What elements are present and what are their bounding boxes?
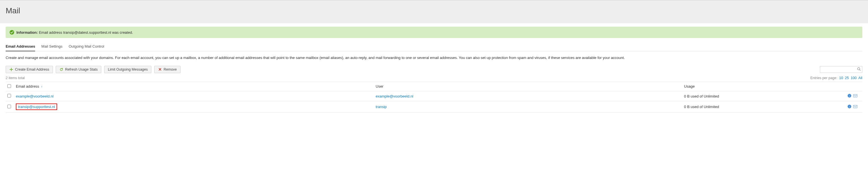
column-email-label: Email address (16, 84, 39, 88)
limit-outgoing-label: Limit Outgoing Messages (108, 68, 148, 72)
per-page-10[interactable]: 10 (839, 76, 843, 80)
create-email-button[interactable]: Create Email Address (6, 66, 53, 73)
toolbar: Create Email Address Refresh Usage Stats… (6, 66, 181, 73)
mail-icon[interactable] (853, 93, 858, 98)
remove-label: Remove (163, 68, 177, 72)
per-page-all[interactable]: All (858, 76, 862, 80)
row-checkbox[interactable] (7, 94, 11, 98)
per-page-25[interactable]: 25 (845, 76, 849, 80)
row-checkbox[interactable] (7, 105, 11, 108)
items-total: 2 items total (6, 76, 25, 80)
column-user[interactable]: User (374, 82, 682, 91)
column-usage[interactable]: Usage (682, 82, 845, 91)
table-row: transip@supporttest.nl transip 0 B used … (6, 101, 862, 113)
per-page-label: Entries per page: (810, 76, 837, 80)
remove-button[interactable]: Remove (154, 66, 181, 73)
select-all-cell (6, 82, 14, 91)
mail-icon[interactable] (853, 104, 858, 109)
search-box (820, 66, 862, 73)
table-row: example@voorbeeld.nl example@voorbeeld.n… (6, 91, 862, 101)
email-table: Email address ↑ User Usage example@voorb… (6, 82, 862, 113)
sort-asc-icon: ↑ (41, 85, 43, 88)
plus-icon (9, 68, 13, 72)
per-page-control: Entries per page: 10 25 100 All (810, 76, 862, 80)
check-circle-icon (10, 30, 14, 34)
per-page-100[interactable]: 100 (851, 76, 857, 80)
refresh-usage-label: Refresh Usage Stats (65, 68, 98, 72)
tab-description: Create and manage email accounts associa… (6, 55, 862, 61)
alert-label: Information: (17, 30, 38, 34)
select-all-checkbox[interactable] (7, 84, 11, 88)
user-link[interactable]: transip (376, 105, 387, 109)
info-icon[interactable]: i (847, 104, 851, 109)
tab-bar: Email Addresses Mail Settings Outgoing M… (6, 44, 862, 51)
email-link[interactable]: transip@supporttest.nl (16, 104, 57, 110)
tab-mail-settings[interactable]: Mail Settings (41, 44, 62, 51)
tab-outgoing-mail-control[interactable]: Outgoing Mail Control (69, 44, 104, 51)
create-email-label: Create Email Address (15, 68, 49, 72)
search-icon[interactable] (857, 67, 861, 72)
refresh-icon (59, 68, 63, 72)
refresh-usage-button[interactable]: Refresh Usage Stats (56, 66, 101, 73)
usage-cell: 0 B used of Unlimited (682, 101, 845, 113)
limit-outgoing-button[interactable]: Limit Outgoing Messages (104, 66, 151, 73)
svg-rect-3 (853, 95, 857, 97)
alert-message: Email address transip@datest.supporttest… (39, 30, 133, 34)
x-icon (158, 68, 162, 72)
tab-email-addresses[interactable]: Email Addresses (6, 44, 35, 51)
column-email[interactable]: Email address ↑ (14, 82, 374, 91)
usage-cell: 0 B used of Unlimited (682, 91, 845, 101)
page-title: Mail (6, 6, 862, 15)
user-link[interactable]: example@voorbeeld.nl (376, 94, 413, 99)
info-icon[interactable]: i (847, 93, 851, 98)
svg-rect-6 (853, 105, 857, 108)
search-input[interactable] (820, 66, 862, 73)
info-alert: Information: Email address transip@dates… (6, 27, 862, 38)
email-link[interactable]: example@voorbeeld.nl (16, 94, 54, 99)
column-actions (845, 82, 862, 91)
